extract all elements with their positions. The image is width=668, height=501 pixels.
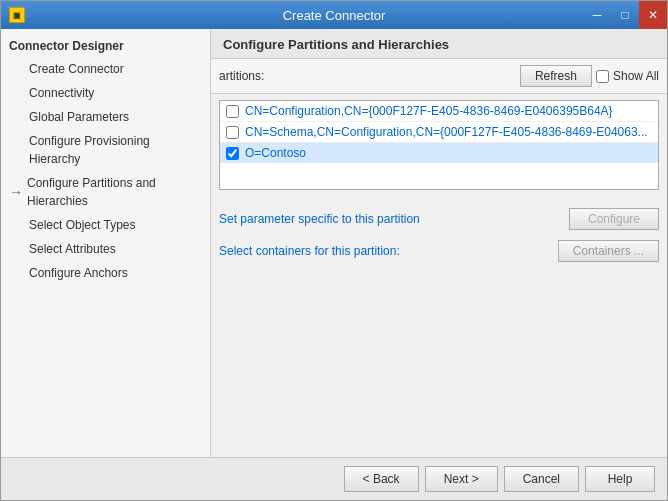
refresh-button[interactable]: Refresh bbox=[520, 65, 592, 87]
sidebar-item-configure-anchors[interactable]: Configure Anchors bbox=[1, 261, 210, 285]
minimize-button[interactable]: ─ bbox=[583, 1, 611, 29]
param-label: Set parameter specific to this partition bbox=[219, 212, 420, 226]
sidebar-item-select-attributes[interactable]: Select Attributes bbox=[1, 237, 210, 261]
configure-button[interactable]: Configure bbox=[569, 208, 659, 230]
main-panel-header: Configure Partitions and Hierarchies bbox=[211, 29, 667, 59]
sidebar-item-create-connector[interactable]: Create Connector bbox=[1, 57, 210, 81]
current-arrow-icon: → bbox=[9, 182, 23, 203]
partition-1-checkbox[interactable] bbox=[226, 105, 239, 118]
cancel-button[interactable]: Cancel bbox=[504, 466, 579, 492]
window-controls: ─ □ ✕ bbox=[583, 1, 667, 29]
back-button[interactable]: < Back bbox=[344, 466, 419, 492]
help-button[interactable]: Help bbox=[585, 466, 655, 492]
partition-list: CN=Configuration,CN={000F127F-E405-4836-… bbox=[219, 100, 659, 190]
partitions-label: artitions: bbox=[219, 69, 264, 83]
sidebar: Connector Designer Create Connector Conn… bbox=[1, 29, 211, 457]
maximize-button[interactable]: □ bbox=[611, 1, 639, 29]
show-all-checkbox[interactable] bbox=[596, 70, 609, 83]
bottom-section: Set parameter specific to this partition… bbox=[211, 196, 667, 457]
toolbar-row: artitions: Refresh Show All bbox=[211, 59, 667, 94]
sidebar-item-configure-partitions[interactable]: → Configure Partitions and Hierarchies bbox=[1, 171, 210, 213]
containers-label: Select containers for this partition: bbox=[219, 244, 400, 258]
show-all-label[interactable]: Show All bbox=[596, 69, 659, 83]
sidebar-item-select-object-types[interactable]: Select Object Types bbox=[1, 213, 210, 237]
sidebar-header: Connector Designer bbox=[1, 33, 210, 57]
param-row-containers: Select containers for this partition: Co… bbox=[219, 240, 659, 262]
content-area: Connector Designer Create Connector Conn… bbox=[1, 29, 667, 457]
containers-button[interactable]: Containers ... bbox=[558, 240, 659, 262]
param-row-configure: Set parameter specific to this partition… bbox=[219, 208, 659, 230]
partition-item-2[interactable]: CN=Schema,CN=Configuration,CN={000F127F-… bbox=[220, 122, 658, 143]
partition-item-3[interactable]: O=Contoso bbox=[220, 143, 658, 163]
window-title: Create Connector bbox=[283, 8, 386, 23]
next-button[interactable]: Next > bbox=[425, 466, 498, 492]
sidebar-item-configure-provisioning[interactable]: Configure Provisioning Hierarchy bbox=[1, 129, 210, 171]
main-panel: Configure Partitions and Hierarchies art… bbox=[211, 29, 667, 457]
partition-2-checkbox[interactable] bbox=[226, 126, 239, 139]
sidebar-item-connectivity[interactable]: Connectivity bbox=[1, 81, 210, 105]
partition-3-checkbox[interactable] bbox=[226, 147, 239, 160]
footer: < Back Next > Cancel Help bbox=[1, 457, 667, 500]
partition-item-1[interactable]: CN=Configuration,CN={000F127F-E405-4836-… bbox=[220, 101, 658, 122]
app-icon: ▣ bbox=[9, 7, 25, 23]
sidebar-item-global-parameters[interactable]: Global Parameters bbox=[1, 105, 210, 129]
title-bar: ▣ Create Connector ─ □ ✕ bbox=[1, 1, 667, 29]
main-window: ▣ Create Connector ─ □ ✕ Connector Desig… bbox=[0, 0, 668, 501]
close-button[interactable]: ✕ bbox=[639, 1, 667, 29]
